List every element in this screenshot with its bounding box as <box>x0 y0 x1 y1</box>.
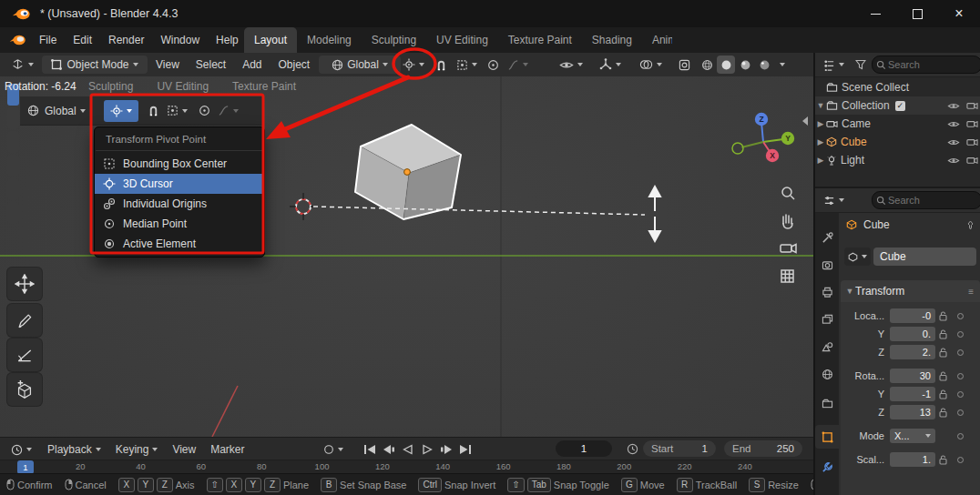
outliner-row-cube[interactable]: ▶ Cube <box>815 133 980 151</box>
number-field[interactable]: 1. <box>890 452 935 467</box>
menu-item[interactable]: Window <box>152 34 208 46</box>
tab-animation[interactable]: Anim <box>642 27 672 53</box>
number-field[interactable]: 0. <box>890 327 935 341</box>
timeline-editor-type-button[interactable] <box>5 440 36 459</box>
prev-keyframe-button[interactable] <box>380 441 397 457</box>
tab-world[interactable] <box>815 362 839 386</box>
menu-item-bounding-box-center[interactable]: Bounding Box Center <box>95 154 264 174</box>
tool-annotate-button[interactable] <box>7 304 42 337</box>
menu-select[interactable]: Select <box>188 53 234 76</box>
menu-view[interactable]: View <box>165 438 203 460</box>
snap-toggle-button[interactable] <box>432 56 450 74</box>
number-field[interactable]: 13 <box>890 405 935 419</box>
tab-modifiers[interactable] <box>815 455 839 479</box>
snap-settings-dropdown[interactable] <box>452 56 481 74</box>
object-id-dropdown[interactable] <box>844 248 871 266</box>
menu-object[interactable]: Object <box>271 53 319 76</box>
play-button[interactable] <box>418 441 435 457</box>
menu-item[interactable]: Edit <box>65 34 100 46</box>
frame-start-field[interactable]: Start 1 <box>643 440 716 457</box>
camera-visibility-icon[interactable] <box>966 156 978 165</box>
tool-move[interactable] <box>7 131 19 153</box>
filter-icon[interactable] <box>855 59 866 70</box>
number-field[interactable]: -1 <box>890 387 935 401</box>
hide-eye-icon[interactable] <box>947 157 960 165</box>
tool-transform-gizmo-button[interactable] <box>7 268 42 300</box>
menu-item-individual-origins[interactable]: Individual Origins <box>95 194 264 214</box>
app-menu-icon[interactable] <box>8 34 26 46</box>
outliner-search[interactable] <box>872 56 980 74</box>
camera-visibility-icon[interactable] <box>966 119 978 128</box>
sidebar-collapse-arrow[interactable] <box>802 116 808 126</box>
menu-item[interactable]: File <box>31 34 65 46</box>
transform-orientation-dropdown[interactable]: Global <box>319 56 401 74</box>
pan-hand-icon[interactable] <box>783 215 792 228</box>
tool-measure-button[interactable] <box>7 338 42 371</box>
viewport-canvas[interactable]: Z Y X <box>0 76 813 437</box>
tab-sculpting[interactable]: Sculpting <box>362 27 426 53</box>
ortho-grid-icon[interactable] <box>781 270 793 282</box>
outliner-row-collection[interactable]: ▼ Collection ✓ <box>815 96 980 115</box>
expand-caret-icon[interactable]: ▶ <box>815 119 826 128</box>
lock-icon[interactable] <box>939 408 947 418</box>
properties-editor-type-button[interactable] <box>819 191 848 209</box>
animate-dot[interactable] <box>957 391 964 398</box>
tab-scene[interactable] <box>815 335 839 359</box>
outliner-row-light[interactable]: ▶ Light <box>815 151 980 169</box>
falloff-curve-icon[interactable] <box>218 105 230 116</box>
hide-eye-icon[interactable] <box>947 120 960 128</box>
tab-object[interactable] <box>815 425 839 449</box>
expand-caret-icon[interactable]: ▶ <box>815 156 826 165</box>
lock-icon[interactable] <box>939 311 947 321</box>
panel-drag-handle-icon[interactable]: ≡ <box>968 287 974 297</box>
camera-visibility-icon[interactable] <box>966 137 978 146</box>
menu-playback[interactable]: Playback <box>40 438 108 460</box>
collection-checkbox[interactable]: ✓ <box>895 101 905 111</box>
hide-eye-icon[interactable] <box>947 138 960 146</box>
breadcrumb-object-name[interactable]: Cube <box>863 218 890 231</box>
menu-item-median-point[interactable]: Median Point <box>95 214 264 234</box>
menu-add[interactable]: Add <box>234 53 270 76</box>
shading-solid-button[interactable] <box>717 56 735 74</box>
auto-keying-button[interactable] <box>319 440 348 459</box>
camera-visibility-icon[interactable] <box>966 101 978 110</box>
proportional-editing-button[interactable] <box>485 56 501 74</box>
animate-dot[interactable] <box>957 433 964 439</box>
tab-tool[interactable] <box>815 226 839 249</box>
rotation-mode-dropdown[interactable]: X... <box>890 429 935 443</box>
close-button[interactable]: × <box>938 0 980 27</box>
hide-eye-icon[interactable] <box>947 102 960 110</box>
tab-texture-paint[interactable]: Texture Paint <box>498 27 582 53</box>
shading-dropdown[interactable] <box>774 56 787 74</box>
gizmo-neg-y-handle[interactable] <box>732 143 743 154</box>
play-reverse-button[interactable] <box>399 441 416 457</box>
tab-shading[interactable]: Shading <box>582 27 642 53</box>
object-name-field[interactable]: Cube <box>873 248 976 266</box>
minimize-button[interactable] <box>854 0 896 27</box>
animate-dot[interactable] <box>957 349 964 356</box>
camera-view-icon[interactable] <box>781 245 796 253</box>
menu-item-3d-cursor[interactable]: 3D Cursor <box>95 174 264 194</box>
animate-dot[interactable] <box>957 331 964 338</box>
outliner-row-camera[interactable]: ▶ Came <box>815 115 980 133</box>
expand-caret-icon[interactable]: ▶ <box>815 137 826 146</box>
properties-search[interactable] <box>872 191 980 209</box>
editor-type-button[interactable] <box>5 56 38 74</box>
jump-to-end-button[interactable] <box>456 441 474 457</box>
falloff-dropdown[interactable] <box>504 56 531 74</box>
menu-item[interactable]: Help <box>208 34 247 46</box>
number-field[interactable]: 30 <box>890 369 935 383</box>
next-keyframe-button[interactable] <box>437 441 454 457</box>
lock-icon[interactable] <box>939 348 947 358</box>
animate-dot[interactable] <box>957 373 964 379</box>
animate-dot[interactable] <box>957 457 964 463</box>
mode-dropdown[interactable]: Object Mode <box>42 56 148 74</box>
snap-target-icon[interactable] <box>167 105 179 116</box>
tab-collection-props[interactable] <box>815 391 839 415</box>
lock-icon[interactable] <box>939 371 947 381</box>
tool-rotate[interactable] <box>7 155 19 177</box>
tab-render[interactable] <box>815 253 839 277</box>
menu-item[interactable]: Render <box>100 34 152 46</box>
expand-caret-icon[interactable]: ▼ <box>815 101 826 110</box>
zoom-tool-icon[interactable] <box>782 187 794 199</box>
